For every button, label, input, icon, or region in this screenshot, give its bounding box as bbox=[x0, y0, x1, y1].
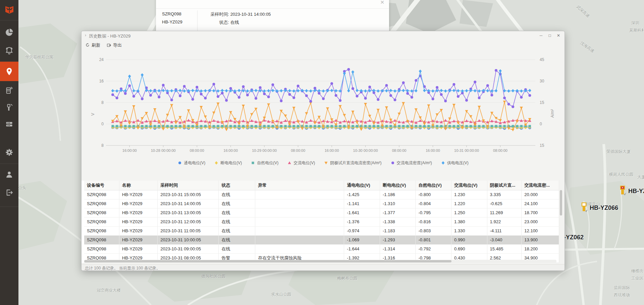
svg-text:0: 0 bbox=[101, 122, 104, 126]
table-cell: HB-YZ029 bbox=[119, 226, 157, 235]
table-row[interactable]: SZRQ098HB-YZ0292023-10-31 09:00:05在线-1.6… bbox=[84, 244, 559, 253]
map-place-label: 莫斯科利 bbox=[629, 27, 644, 33]
map-place-label: 华为荔枝苑公寓 bbox=[25, 54, 53, 60]
vertical-scrollbar-thumb[interactable] bbox=[560, 190, 562, 216]
sidebar-item-servers[interactable] bbox=[0, 116, 18, 132]
legend-label: 阴极试片直流电流密度(A/m²) bbox=[330, 160, 381, 166]
table-cell bbox=[255, 199, 344, 208]
table-cell: 2023-10-31 11:00:05 bbox=[158, 226, 219, 235]
svg-text:08:00:00: 08:00:00 bbox=[291, 148, 305, 152]
maximize-button[interactable]: □ bbox=[546, 32, 553, 39]
map-place-label: 德兴社区公园 bbox=[201, 273, 225, 279]
legend-item[interactable]: 交流电位(V) bbox=[287, 160, 315, 166]
svg-text:30: 30 bbox=[540, 79, 544, 83]
svg-text:10-31 00:00:00: 10-31 00:00:00 bbox=[454, 148, 479, 152]
table-cell: -1.141 bbox=[344, 199, 380, 208]
horizontal-scrollbar-thumb[interactable] bbox=[84, 260, 451, 262]
table-row[interactable]: SZRQ098HB-YZ0292023-10-31 13:00:05在线-1.6… bbox=[84, 208, 559, 217]
sidebar bbox=[0, 0, 18, 305]
record-count-text: 总计 100 条记录。 当前显示 100 条记录。 bbox=[85, 265, 160, 271]
user-icon bbox=[5, 170, 14, 179]
table-cell: SZRQ098 bbox=[84, 190, 119, 199]
table-cell: 1.380 bbox=[451, 217, 487, 226]
table-cell: 24.100 bbox=[522, 199, 559, 208]
legend-label: 交流电位(V) bbox=[293, 160, 315, 166]
table-cell: HB-YZ029 bbox=[119, 244, 157, 253]
map-device-marker[interactable]: HB-YZ06 bbox=[620, 186, 644, 196]
sidebar-divider bbox=[0, 164, 18, 164]
legend-marker-icon bbox=[441, 161, 445, 165]
map-device-marker[interactable]: HB-YZ066 bbox=[581, 202, 618, 213]
legend-item[interactable]: 阴极试片直流电流密度(A/m²) bbox=[324, 160, 381, 166]
legend-item[interactable]: 通电电位(V) bbox=[177, 160, 205, 166]
minimize-button[interactable]: ─ bbox=[538, 32, 544, 39]
legend-marker-icon bbox=[390, 161, 395, 165]
legend-item[interactable]: 自然电位(V) bbox=[251, 160, 278, 166]
table-row[interactable]: SZRQ098HB-YZ0292023-10-31 15:00:05在线-1.4… bbox=[84, 190, 559, 199]
table-cell: -1.425 bbox=[344, 190, 380, 199]
table-cell: -1.293 bbox=[380, 235, 416, 244]
map-place-label: 横岗人民公园 bbox=[609, 172, 633, 177]
table-cell: -4.111 bbox=[487, 226, 522, 235]
close-icon[interactable]: ✕ bbox=[380, 0, 384, 5]
table-cell: -1.186 bbox=[380, 190, 416, 199]
table-row[interactable]: SZRQ098HB-YZ0292023-10-31 11:00:05在线-0.9… bbox=[84, 226, 559, 235]
sidebar-item-device-cabinet[interactable] bbox=[0, 82, 18, 99]
table-cell: SZRQ098 bbox=[84, 217, 119, 226]
table-cell: -0.792 bbox=[416, 244, 451, 253]
sidebar-item-notifications-bell[interactable] bbox=[0, 42, 18, 59]
sidebar-divider bbox=[0, 206, 18, 207]
popup-vertical-divider bbox=[197, 10, 198, 34]
sidebar-item-user[interactable] bbox=[0, 166, 18, 183]
table-cell bbox=[255, 217, 344, 226]
table-row[interactable]: SZRQ098HB-YZ0292023-10-31 14:00:05在线-1.1… bbox=[84, 199, 559, 208]
svg-text:45: 45 bbox=[540, 57, 544, 62]
close-button[interactable]: ✕ bbox=[555, 32, 562, 39]
sidebar-item-sensor-pole[interactable] bbox=[0, 99, 18, 115]
svg-text:08:00:00: 08:00:00 bbox=[493, 148, 507, 152]
legend-item[interactable]: 交流电流密度(A/m²) bbox=[390, 160, 432, 166]
table-cell: 13.900 bbox=[522, 235, 559, 244]
table-row[interactable]: SZRQ098HB-YZ0292023-10-31 12:00:05在线-1.3… bbox=[84, 217, 559, 226]
sidebar-item-logout[interactable] bbox=[0, 184, 18, 201]
legend-item[interactable]: 供电电压(V) bbox=[441, 160, 469, 166]
sidebar-item-settings-gear[interactable] bbox=[0, 143, 18, 161]
table-cell: 2023-10-31 12:00:05 bbox=[158, 217, 219, 226]
table-cell: 0.690 bbox=[451, 244, 487, 253]
svg-text:24: 24 bbox=[99, 57, 104, 62]
table-cell: 18.200 bbox=[522, 244, 559, 253]
svg-text:10-28 00:00:00: 10-28 00:00:00 bbox=[151, 148, 176, 152]
location-pin-icon bbox=[5, 67, 14, 76]
table-cell: -0.800 bbox=[416, 190, 451, 199]
table-cell: 18.700 bbox=[522, 208, 559, 217]
legend-item[interactable]: 断电电位(V) bbox=[214, 160, 242, 166]
map-place-label: 冠峦商业大楼 bbox=[97, 288, 121, 293]
table-cell: 在线 bbox=[219, 235, 255, 244]
map-place-label: 工业区 bbox=[631, 276, 643, 281]
history-line-chart: 2416808453015015VA/m²16:00:0010-28 00:00… bbox=[82, 45, 565, 179]
table-cell: 2023-10-31 13:00:05 bbox=[158, 208, 219, 217]
table-cell: -1.641 bbox=[344, 208, 380, 217]
svg-text:16: 16 bbox=[99, 79, 104, 83]
table-cell: 在线 bbox=[219, 199, 255, 208]
column-header: 采样时间 bbox=[158, 181, 219, 190]
table-cell: 23.000 bbox=[522, 217, 559, 226]
table-cell: -1.338 bbox=[380, 217, 416, 226]
sidebar-item-location-pin[interactable] bbox=[0, 62, 18, 81]
column-header: 自然电位(V) bbox=[416, 181, 451, 190]
map-place-label: 大厦 bbox=[637, 174, 644, 180]
window-titlebar[interactable]: › 历史数据 - HB-YZ029 ─ □ ✕ bbox=[82, 31, 565, 40]
vertical-scrollbar bbox=[559, 190, 562, 262]
device-info-popup: ✕ SZRQ098 HB-YZ029 采样时间: 2023-10-31 14:0… bbox=[156, 0, 389, 35]
sidebar-divider bbox=[0, 20, 18, 20]
chevron-right-icon: › bbox=[85, 33, 86, 38]
table-cell: 1.230 bbox=[451, 190, 487, 199]
table-cell: SZRQ098 bbox=[84, 235, 119, 244]
table-cell: -0.816 bbox=[416, 217, 451, 226]
sidebar-item-pie-chart[interactable] bbox=[0, 23, 18, 41]
status-label: 状态: bbox=[203, 19, 229, 25]
map-device-label: HB-YZ066 bbox=[590, 204, 618, 211]
column-header: 状态 bbox=[219, 181, 255, 190]
column-header: 交流电位(V) bbox=[451, 181, 487, 190]
table-row[interactable]: SZRQ098HB-YZ0292023-10-31 10:00:05在线-1.0… bbox=[84, 235, 559, 244]
